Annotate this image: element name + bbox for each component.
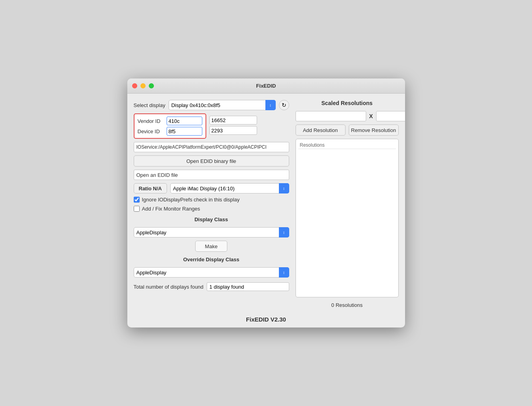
add-fix-checkbox[interactable]	[134, 206, 140, 212]
edid-file-field: Open an EDID file	[134, 170, 289, 180]
resolution-width-input[interactable]	[296, 111, 366, 121]
ignore-io-checkbox[interactable]	[134, 197, 140, 203]
main-window: FixEDID Select display Display 0x410c:0x…	[127, 79, 405, 327]
vendor-id-input[interactable]	[167, 117, 202, 125]
display-class-title: Display Class	[134, 216, 289, 222]
select-display-label: Select display	[134, 102, 165, 108]
resolutions-count: 0 Resolutions	[296, 302, 399, 308]
ratio-row: Ratio N/A Apple iMac Display (16:10) ↕	[134, 183, 289, 193]
display-class-select[interactable]: AppleDisplay	[134, 227, 289, 237]
window-title: FixEDID	[256, 83, 276, 89]
device-id-numeric-input[interactable]	[209, 126, 257, 135]
id-section: Vendor ID Device ID	[134, 113, 206, 139]
display-select[interactable]: Display 0x410c:0x8f5	[169, 100, 276, 110]
path-value: IOService:/AppleACPIPlatformExpert/PCI0@…	[136, 144, 267, 150]
display-select-wrapper: Display 0x410c:0x8f5 ↕	[169, 100, 276, 110]
resolutions-list-header: Resolutions	[298, 142, 396, 149]
ignore-io-row: Ignore IODisplayPrefs check in this disp…	[134, 197, 289, 203]
make-btn-wrapper: Make	[134, 241, 289, 252]
x-label: X	[369, 113, 373, 119]
left-panel: Select display Display 0x410c:0x8f5 ↕ ↻ …	[134, 100, 289, 308]
override-class-select[interactable]: AppleDisplay	[134, 267, 289, 278]
resolution-input-row: X	[296, 111, 399, 121]
scaled-resolutions-title: Scaled Resolutions	[296, 100, 399, 106]
make-button[interactable]: Make	[195, 241, 228, 252]
app-version: FixEDID V2.30	[246, 313, 286, 327]
displays-found-row: Total number of displays found 1 display…	[134, 282, 289, 291]
titlebar-buttons	[132, 83, 154, 88]
displays-found-label: Total number of displays found	[134, 284, 204, 290]
device-id-label: Device ID	[138, 128, 163, 134]
refresh-button[interactable]: ↻	[279, 100, 289, 110]
device-id-input[interactable]	[167, 127, 202, 136]
resolution-height-input[interactable]	[376, 111, 405, 121]
display-type-wrapper: Apple iMac Display (16:10) ↕	[170, 183, 289, 193]
displays-found-value: 1 display found	[207, 282, 289, 291]
vendor-id-label: Vendor ID	[138, 118, 163, 124]
numeric-id-wrapper	[209, 116, 257, 135]
add-resolution-button[interactable]: Add Resolution	[296, 124, 346, 136]
display-class-wrapper: AppleDisplay ↕	[134, 227, 289, 237]
titlebar: FixEDID	[127, 79, 405, 94]
vendor-id-row: Vendor ID	[138, 117, 202, 125]
vendor-id-numeric-input[interactable]	[209, 116, 257, 124]
minimize-button[interactable]	[140, 83, 146, 88]
right-panel: Scaled Resolutions X Add Resolution Remo…	[296, 100, 399, 308]
override-class-title: Override Display Class	[134, 257, 289, 262]
resolutions-list: Resolutions	[296, 139, 399, 297]
maximize-button[interactable]	[149, 83, 154, 88]
remove-resolution-button[interactable]: Remove Resolution	[349, 124, 399, 136]
resolution-buttons-row: Add Resolution Remove Resolution	[296, 124, 399, 136]
select-display-row: Select display Display 0x410c:0x8f5 ↕ ↻	[134, 100, 289, 110]
edid-file-placeholder: Open an EDID file	[136, 172, 178, 178]
ratio-button[interactable]: Ratio N/A	[134, 183, 167, 193]
close-button[interactable]	[132, 83, 137, 88]
override-class-wrapper: AppleDisplay ↕	[134, 267, 289, 278]
add-fix-row: Add / Fix Monitor Ranges	[134, 206, 289, 212]
ignore-io-label: Ignore IODisplayPrefs check in this disp…	[142, 197, 240, 203]
main-content: Select display Display 0x410c:0x8f5 ↕ ↻ …	[127, 94, 405, 314]
device-id-row: Device ID	[138, 127, 202, 136]
id-section-wrapper: Vendor ID Device ID	[134, 113, 289, 139]
display-type-select[interactable]: Apple iMac Display (16:10)	[170, 183, 289, 193]
footer: FixEDID V2.30	[127, 314, 405, 327]
displays-found-text: 1 display found	[209, 284, 244, 290]
open-edid-binary-button[interactable]: Open EDID binary file	[134, 155, 289, 167]
path-field: IOService:/AppleACPIPlatformExpert/PCI0@…	[134, 142, 289, 152]
add-fix-label: Add / Fix Monitor Ranges	[142, 206, 200, 212]
